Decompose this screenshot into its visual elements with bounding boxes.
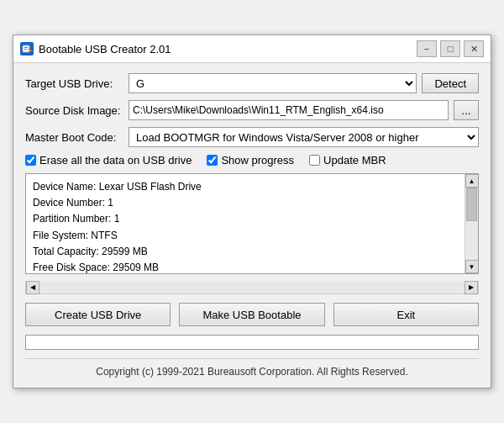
source-disk-row: Source Disk Image: ... <box>25 100 479 120</box>
content-area: Target USB Drive: G Detect Source Disk I… <box>13 63 491 388</box>
title-bar: Bootable USB Creator 2.01 − □ ✕ <box>13 35 491 63</box>
create-usb-button[interactable]: Create USB Drive <box>25 303 171 326</box>
device-info-line: Free Disk Space: 29509 MB <box>33 260 463 273</box>
h-scroll-track <box>39 281 465 293</box>
device-info-container: Device Name: Lexar USB Flash DriveDevice… <box>25 173 479 274</box>
master-boot-row: Master Boot Code: Load BOOTMGR for Windo… <box>25 127 479 147</box>
vertical-scrollbar[interactable]: ▲ ▼ <box>465 174 478 273</box>
scroll-thumb[interactable] <box>466 188 477 221</box>
svg-rect-2 <box>24 49 27 50</box>
device-info-line: Device Number: 1 <box>33 195 463 211</box>
device-info-line: Partition Number: 1 <box>33 211 463 227</box>
scroll-left-arrow[interactable]: ◀ <box>26 281 39 294</box>
make-bootable-button[interactable]: Make USB Bootable <box>179 303 324 326</box>
detect-button[interactable]: Detect <box>422 73 479 93</box>
master-boot-label: Master Boot Code: <box>25 131 122 144</box>
update-mbr-checkbox-label[interactable]: Update MBR <box>309 154 386 167</box>
main-window: Bootable USB Creator 2.01 − □ ✕ Target U… <box>13 34 491 389</box>
svg-rect-1 <box>24 47 28 48</box>
action-buttons-row: Create USB Drive Make USB Bootable Exit <box>25 303 479 326</box>
show-progress-checkbox-label[interactable]: Show progress <box>207 154 294 167</box>
scroll-right-arrow[interactable]: ▶ <box>465 281 478 294</box>
target-usb-select[interactable]: G <box>129 73 417 93</box>
title-buttons: − □ ✕ <box>417 40 484 57</box>
device-info-line: Total Capacity: 29599 MB <box>33 244 463 260</box>
master-boot-controls: Load BOOTMGR for Windows Vista/Server 20… <box>129 127 479 147</box>
copyright: Copyright (c) 1999-2021 Bureausoft Corpo… <box>25 358 479 378</box>
master-boot-select[interactable]: Load BOOTMGR for Windows Vista/Server 20… <box>129 127 479 147</box>
exit-button[interactable]: Exit <box>333 303 479 326</box>
target-usb-label: Target USB Drive: <box>25 77 122 90</box>
erase-usb-label: Erase all the data on USB drive <box>39 154 192 167</box>
device-info-lines: Device Name: Lexar USB Flash DriveDevice… <box>33 179 463 273</box>
horizontal-scrollbar: ◀ ▶ <box>25 281 479 294</box>
device-info-line: Device Name: Lexar USB Flash Drive <box>33 179 463 195</box>
maximize-button[interactable]: □ <box>440 40 460 57</box>
show-progress-label: Show progress <box>221 154 294 167</box>
app-icon <box>20 42 34 56</box>
device-info-line: File System: NTFS <box>33 228 463 244</box>
source-disk-input[interactable] <box>129 100 449 120</box>
target-usb-row: Target USB Drive: G Detect <box>25 73 479 93</box>
window-title: Bootable USB Creator 2.01 <box>39 43 412 56</box>
close-button[interactable]: ✕ <box>464 40 484 57</box>
scroll-up-arrow[interactable]: ▲ <box>465 174 479 188</box>
target-usb-controls: G Detect <box>129 73 479 93</box>
minimize-button[interactable]: − <box>417 40 437 57</box>
checkboxes-row: Erase all the data on USB drive Show pro… <box>25 154 479 167</box>
show-progress-checkbox[interactable] <box>207 155 218 166</box>
progress-bar <box>25 335 479 350</box>
erase-usb-checkbox[interactable] <box>25 155 36 166</box>
device-info-text: Device Name: Lexar USB Flash DriveDevice… <box>26 174 478 273</box>
scroll-track <box>465 188 478 260</box>
scroll-down-arrow[interactable]: ▼ <box>465 260 479 273</box>
update-mbr-checkbox[interactable] <box>309 155 320 166</box>
browse-button[interactable]: ... <box>454 100 479 120</box>
source-disk-controls: ... <box>129 100 479 120</box>
source-disk-label: Source Disk Image: <box>25 104 122 117</box>
erase-usb-checkbox-label[interactable]: Erase all the data on USB drive <box>25 154 192 167</box>
update-mbr-label: Update MBR <box>323 154 386 167</box>
